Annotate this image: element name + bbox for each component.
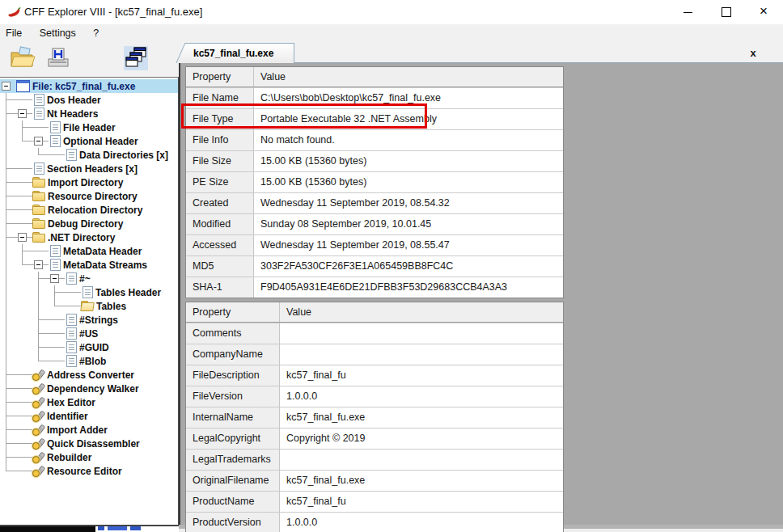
tree-item-identifier[interactable]: Identifier [0,409,178,423]
property-cell: FileVersion [186,386,280,407]
window-title: CFF Explorer VIII - [kc57_final_fu.exe] [24,0,202,24]
tree-item-blob[interactable]: #Blob [0,354,178,368]
tree-item-guid[interactable]: #GUID [0,340,178,354]
tab-close-icon[interactable]: x [746,46,760,61]
property-cell: File Size [186,151,254,171]
tree-item-import-adder[interactable]: Import Adder [0,423,178,437]
tree-guide-line [0,382,16,395]
file-prop-row-modified[interactable]: ModifiedSunday 08 September 2019, 10.01.… [186,213,563,234]
tree-item-address-converter[interactable]: Address Converter [0,368,178,382]
tree-item-rebuilder[interactable]: Rebuilder [0,450,178,464]
version-info-row-productversion[interactable]: ProductVersion1.0.0.0 [186,512,563,532]
version-info-row-legalcopyright[interactable]: LegalCopyrightCopyright © 2019 [186,428,563,449]
version-info-row-originalfilename[interactable]: OriginalFilenamekc57_final_fu.exe [186,470,563,491]
collapse-minus-icon[interactable] [50,274,59,283]
tree-item-hex-editor[interactable]: Hex Editor [0,395,178,409]
close-button[interactable]: × [746,0,781,24]
menu-file[interactable]: File [0,24,29,42]
file-prop-row-sha-1[interactable]: SHA-1F9D405A931E4E6DE21DFBB3F53D29683CCB… [186,277,563,298]
collapse-minus-icon[interactable] [18,109,27,118]
tool-icon [32,369,44,381]
tree-guide-line [0,203,16,217]
tree-item-tables[interactable]: Tables [0,299,178,313]
collapse-minus-icon[interactable] [18,233,27,242]
tree-item-file-header[interactable]: File Header [0,120,178,134]
version-info-row-fileversion[interactable]: FileVersion1.0.0.0 [186,386,563,407]
value-cell: 15.00 KB (15360 bytes) [254,151,563,171]
open-file-icon[interactable] [9,45,38,73]
cascade-windows-icon[interactable] [122,45,151,73]
version-info-row-companyname[interactable]: CompanyName [186,344,563,365]
version-info-row-productname[interactable]: ProductNamekc57_final_fu [186,491,563,512]
property-cell: FileDescription [186,365,280,386]
collapse-minus-icon[interactable] [34,137,43,146]
version-info-row-filedescription[interactable]: FileDescriptionkc57_final_fu [186,365,563,386]
tool-icon [32,452,44,463]
tree-item-section-headers-x[interactable]: Section Headers [x] [0,162,178,175]
tree-guide-line [0,409,16,423]
tree-item-label: Optional Header [63,136,138,147]
version-info-row-legaltrademarks[interactable]: LegalTrademarks [186,449,563,470]
open-folder-icon [81,301,94,311]
tree-guide-line [0,244,16,258]
tree-guide-with-box [16,107,32,120]
tree-item-metadata-streams[interactable]: MetaData Streams [0,258,178,272]
version-info-row-comments[interactable]: Comments [186,323,563,344]
collapse-minus-icon[interactable] [2,82,11,91]
document-icon [66,355,77,367]
tree-guide-line [16,409,32,423]
tree-guide-line [49,285,65,299]
save-file-icon[interactable] [44,45,74,73]
tree-item-strings[interactable]: #Strings [0,313,178,327]
tree-guide-line [0,134,16,148]
file-prop-row-md5[interactable]: MD5303F2FA530CF26F3E1A065459BB8FC4C [186,255,563,277]
tree-item-tables-header[interactable]: Tables Header [0,285,178,299]
file-prop-row-accessed[interactable]: AccessedWednesday 11 September 2019, 08.… [186,234,563,255]
version-info-row-internalname[interactable]: InternalNamekc57_final_fu.exe [186,407,563,428]
file-prop-row-pe-size[interactable]: PE Size15.00 KB (15360 bytes) [186,171,563,192]
tool-icon [32,383,44,395]
maximize-button[interactable] [709,0,744,24]
tree-item-label: MetaData Streams [63,260,147,271]
tree-guide-line [0,354,16,368]
tree-item-nt-headers[interactable]: Nt Headers [0,107,178,120]
tree-item-optional-header[interactable]: Optional Header [0,134,178,148]
property-cell: ProductName [186,492,280,512]
collapse-minus-icon[interactable] [34,260,43,269]
tree-item-dependency-walker[interactable]: Dependency Walker [0,382,178,395]
tree-item-[interactable]: #~ [0,272,178,285]
tree-item-file-kc57-final-fu-exe[interactable]: File: kc57_final_fu.exe [0,79,178,93]
tree-item-relocation-directory[interactable]: Relocation Directory [0,203,178,217]
property-cell: PE Size [186,172,254,192]
menu-settings[interactable]: Settings [32,24,83,42]
tree-item-import-directory[interactable]: Import Directory [0,175,178,189]
file-prop-row-created[interactable]: CreatedWednesday 11 September 2019, 08.5… [186,192,563,213]
tree-item-us[interactable]: #US [0,327,178,340]
tree-item-data-directories-x[interactable]: Data Directories [x] [0,148,178,162]
tree-guide-line [32,340,49,354]
file-prop-row-file-info[interactable]: File InfoNo match found. [186,129,563,150]
document-tab[interactable]: kc57_final_fu.exe [185,43,294,63]
tree-guide-line [0,148,16,162]
property-cell: LegalCopyright [186,429,280,449]
folder-icon [32,218,45,229]
tree-guide-line [16,217,32,230]
tree-item-debug-directory[interactable]: Debug Directory [0,217,178,230]
minimize-button[interactable] [670,0,705,24]
tree-item-quick-disassembler[interactable]: Quick Disassembler [0,437,178,450]
tree-item-label: Identifier [47,411,88,422]
tree-item-resource-directory[interactable]: Resource Directory [0,189,178,203]
value-cell: 1.0.0.0 [280,513,563,532]
tree-item-metadata-header[interactable]: MetaData Header [0,244,178,258]
tree-item-net-directory[interactable]: .NET Directory [0,230,178,244]
tree-item-label: Relocation Directory [48,205,142,216]
tree-item-label: #GUID [79,342,109,353]
tree-item-resource-editor[interactable]: Resource Editor [0,464,178,478]
tree-item-dos-header[interactable]: Dos Header [0,93,178,107]
column-header-property: Property [186,302,280,322]
tree-item-label: File: kc57_final_fu.exe [32,81,135,92]
tree-item-label: Resource Editor [47,466,122,477]
background-window-fragment [0,526,95,532]
file-prop-row-file-size[interactable]: File Size15.00 KB (15360 bytes) [186,150,563,171]
menu-help[interactable]: ? [86,24,106,42]
